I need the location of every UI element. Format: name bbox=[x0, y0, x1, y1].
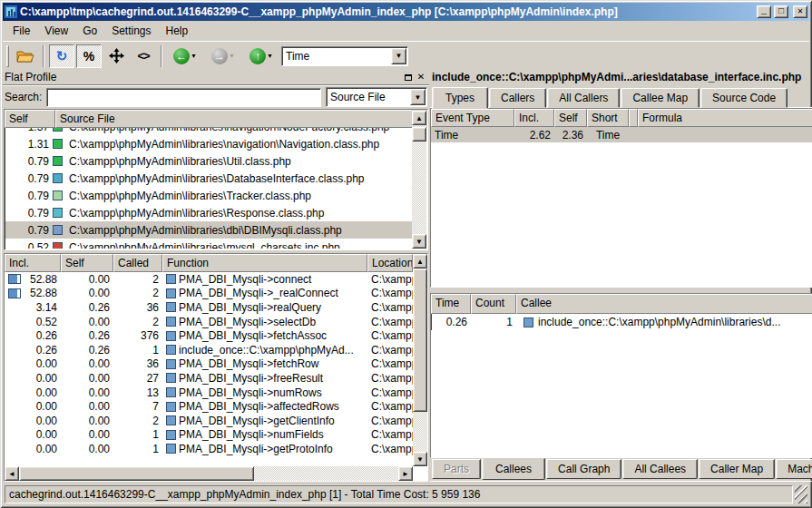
dock-title-bar[interactable]: Flat Profile ✕ bbox=[3, 70, 429, 85]
column-header-self[interactable]: Self bbox=[61, 254, 113, 272]
function-incl-value: 0.00 bbox=[5, 400, 61, 413]
scrollbar-thumb[interactable] bbox=[413, 269, 427, 412]
tab-callers[interactable]: Callers bbox=[489, 88, 546, 108]
menu-settings[interactable]: Settings bbox=[105, 23, 157, 39]
tab-callee-map[interactable]: Callee Map bbox=[621, 88, 699, 108]
menu-go[interactable]: Go bbox=[76, 23, 103, 39]
callee-row[interactable]: 0.26 1 include_once::C:\xampp\phpMyAdmin… bbox=[431, 314, 812, 330]
tab-all-callers[interactable]: All Callers bbox=[547, 88, 620, 108]
source-file-row[interactable]: 1.31C:\xampp\phpMyAdmin\libraries\naviga… bbox=[5, 135, 412, 152]
function-row[interactable]: 0.000.0036PMA_DBI_Mysqli->fetchRowC:\xam… bbox=[5, 357, 413, 372]
forward-button[interactable]: → ▼ bbox=[205, 44, 241, 68]
tab-types[interactable]: Types bbox=[432, 87, 488, 109]
menu-file[interactable]: File bbox=[6, 23, 36, 39]
event-type-row[interactable]: Time 2.62 2.36 Time bbox=[431, 127, 812, 142]
back-dropdown-icon[interactable]: ▼ bbox=[191, 53, 197, 59]
source-file-row[interactable]: 0.79C:\xampp\phpMyAdmin\libraries\Databa… bbox=[5, 170, 412, 187]
scroll-up-icon[interactable]: ▲ bbox=[413, 254, 427, 269]
function-list-horizontal-scrollbar[interactable]: ◄ ► bbox=[5, 466, 413, 481]
column-header-incl[interactable]: Incl. bbox=[5, 254, 61, 272]
column-header-source-file[interactable]: Source File bbox=[55, 110, 413, 128]
tab-call-graph[interactable]: Call Graph bbox=[546, 459, 621, 479]
search-input[interactable] bbox=[46, 88, 321, 107]
scroll-down-icon[interactable]: ▼ bbox=[413, 452, 427, 466]
function-row[interactable]: 0.000.0027PMA_DBI_Mysqli->freeResultC:\x… bbox=[5, 371, 413, 386]
menu-help[interactable]: Help bbox=[160, 23, 195, 39]
title-bar[interactable]: C:\xampp\tmp\cachegrind.out.1416463299-C… bbox=[3, 3, 809, 21]
function-row[interactable]: 0.000.007PMA_DBI_Mysqli->affectedRowsC:\… bbox=[5, 399, 413, 414]
source-file-row[interactable]: 1.37C:\xampp\phpMyAdmin\libraries\naviga… bbox=[5, 128, 412, 135]
callee-name: include_once::C:\xampp\phpMyAdmin\librar… bbox=[538, 316, 780, 328]
up-dropdown-icon[interactable]: ▼ bbox=[267, 53, 273, 59]
splitter-direction-button[interactable]: <> bbox=[131, 44, 156, 68]
tab-all-callees[interactable]: All Callees bbox=[622, 459, 698, 479]
cost-color-icon bbox=[53, 225, 63, 235]
column-header-time[interactable]: Time bbox=[431, 294, 471, 314]
function-row[interactable]: 52.880.002PMA_DBI_Mysqli->_realConnectC:… bbox=[5, 287, 413, 301]
scroll-right-icon[interactable]: ► bbox=[398, 466, 413, 481]
tab-caller-map[interactable]: Caller Map bbox=[699, 459, 775, 479]
combo-dropdown-icon[interactable]: ▼ bbox=[391, 48, 406, 64]
function-row[interactable]: 0.000.002PMA_DBI_Mysqli->getClientInfoC:… bbox=[5, 414, 413, 428]
float-dock-button[interactable] bbox=[402, 72, 415, 83]
combo-dropdown-icon[interactable]: ▼ bbox=[410, 89, 426, 105]
function-row[interactable]: 0.520.002PMA_DBI_Mysqli->selectDbC:\xamp… bbox=[5, 315, 413, 329]
tab-machine-code[interactable]: Machine bbox=[776, 459, 812, 479]
source-file-row[interactable]: 0.79C:\xampp\phpMyAdmin\libraries\dbi\DB… bbox=[5, 221, 412, 239]
close-dock-button[interactable]: ✕ bbox=[415, 72, 427, 83]
column-header-count[interactable]: Count bbox=[471, 294, 516, 314]
function-icon bbox=[166, 331, 176, 341]
column-header-callee[interactable]: Callee bbox=[516, 294, 812, 314]
source-file-row[interactable]: 0.79C:\xampp\phpMyAdmin\libraries\Tracke… bbox=[5, 187, 412, 204]
column-header-formula[interactable]: Formula bbox=[638, 109, 812, 127]
open-file-button[interactable] bbox=[13, 44, 38, 68]
event-type-combobox[interactable]: Time ▼ bbox=[281, 46, 408, 66]
resize-grip[interactable] bbox=[795, 485, 807, 503]
column-header-short[interactable]: Short bbox=[587, 109, 629, 127]
float-icon bbox=[405, 74, 412, 81]
column-header-function[interactable]: Function bbox=[162, 254, 367, 272]
scroll-left-icon[interactable]: ◄ bbox=[5, 466, 19, 481]
search-label: Search: bbox=[5, 91, 42, 103]
scroll-up-icon[interactable]: ▲ bbox=[412, 111, 426, 125]
flat-profile-dock: Flat Profile ✕ Search: Source File ▼ Sel… bbox=[3, 70, 429, 482]
scrollbar-thumb[interactable] bbox=[19, 466, 254, 481]
tab-source-code[interactable]: Source Code bbox=[700, 88, 788, 108]
column-header-called[interactable]: Called bbox=[113, 254, 162, 272]
function-row[interactable]: 3.140.2636PMA_DBI_Mysqli->realQueryC:\xa… bbox=[5, 300, 413, 315]
source-file-row[interactable]: 0.79C:\xampp\phpMyAdmin\libraries\Util.c… bbox=[5, 152, 412, 170]
function-row[interactable]: 0.000.0013PMA_DBI_Mysqli->numRowsC:\xamp… bbox=[5, 386, 413, 400]
function-row[interactable]: 52.880.002PMA_DBI_Mysqli->connectC:\xamp… bbox=[5, 272, 413, 287]
group-by-combobox[interactable]: Source File ▼ bbox=[326, 87, 427, 107]
column-header-location[interactable]: Location bbox=[367, 254, 413, 272]
minimize-button[interactable]: _ bbox=[757, 5, 771, 18]
column-header-self[interactable]: Self bbox=[554, 109, 587, 127]
source-list-vertical-scrollbar[interactable]: ▲ ▼ bbox=[412, 111, 426, 249]
maximize-button[interactable]: □ bbox=[774, 5, 788, 18]
menu-view[interactable]: View bbox=[38, 23, 74, 39]
function-row[interactable]: 0.000.001PMA_DBI_Mysqli->getProtoInfoC:\… bbox=[5, 442, 413, 456]
column-header-self[interactable]: Self bbox=[5, 110, 55, 128]
up-button[interactable]: ↑ ▼ bbox=[243, 44, 279, 68]
source-file-row[interactable]: 0.79C:\xampp\phpMyAdmin\libraries\Respon… bbox=[5, 204, 412, 221]
open-folder-icon bbox=[16, 49, 34, 64]
function-rows: 52.880.002PMA_DBI_Mysqli->connectC:\xamp… bbox=[5, 272, 413, 466]
column-header-incl[interactable]: Incl. bbox=[514, 109, 554, 127]
source-file-row[interactable]: 0.52C:\xampp\phpMyAdmin\libraries\mysql_… bbox=[5, 239, 412, 249]
scroll-down-icon[interactable]: ▼ bbox=[412, 234, 426, 249]
scrollbar-thumb[interactable] bbox=[412, 127, 426, 142]
function-row[interactable]: 0.260.26376PMA_DBI_Mysqli->fetchAssocC:\… bbox=[5, 328, 413, 343]
cycle-grouping-button[interactable]: ↻ bbox=[49, 44, 74, 68]
toolbar-handle[interactable] bbox=[6, 45, 9, 67]
close-button[interactable]: ✕ bbox=[793, 5, 807, 18]
back-button[interactable]: ← ▼ bbox=[167, 44, 203, 68]
expand-areas-button[interactable] bbox=[103, 44, 129, 68]
column-header-event-type[interactable]: Event Type bbox=[431, 109, 514, 127]
function-row[interactable]: 0.260.261include_once::C:\xampp\phpMyAd.… bbox=[5, 343, 413, 357]
percent-relative-button[interactable]: % bbox=[76, 44, 102, 68]
tab-callees[interactable]: Callees bbox=[482, 458, 545, 480]
function-list-vertical-scrollbar[interactable]: ▲ ▼ bbox=[413, 272, 427, 466]
function-row[interactable]: 0.000.001PMA_DBI_Mysqli->numFieldsC:\xam… bbox=[5, 428, 413, 443]
function-incl-value: 0.00 bbox=[5, 415, 61, 427]
forward-dropdown-icon: ▼ bbox=[229, 53, 235, 59]
